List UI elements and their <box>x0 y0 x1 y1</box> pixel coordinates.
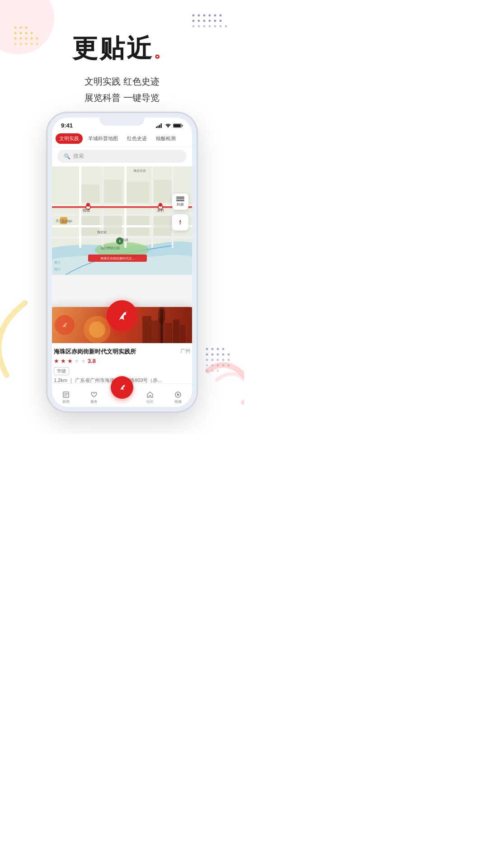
map-area[interactable]: 🏬 ⬆ 海珠区赤岗街新时代文... 猎德 天汇广场igc 海定街 海风路 <box>52 166 192 275</box>
distance-separator: ｜ <box>69 377 75 383</box>
svg-point-27 <box>214 20 216 22</box>
list-btn-line1 <box>176 197 184 198</box>
svg-rect-43 <box>182 125 183 126</box>
nav-tab-wenming[interactable]: 文明实践 <box>56 133 83 144</box>
svg-rect-89 <box>142 316 151 343</box>
svg-point-124 <box>222 364 225 367</box>
list-button[interactable]: 列表 <box>172 193 188 210</box>
svg-text:漭村: 漭村 <box>157 208 164 212</box>
status-icons <box>156 123 183 128</box>
svg-point-17 <box>192 14 195 17</box>
svg-rect-101 <box>64 395 68 395</box>
svg-point-110 <box>222 348 225 350</box>
center-fab[interactable] <box>111 376 133 399</box>
svg-point-121 <box>206 364 208 367</box>
svg-point-32 <box>209 25 211 28</box>
svg-point-30 <box>198 25 200 28</box>
svg-rect-64 <box>81 184 99 203</box>
tab-video-label: 视频 <box>174 399 182 404</box>
phone-shell: 9:41 <box>47 113 197 411</box>
svg-point-35 <box>225 25 227 28</box>
rating-number: 3.8 <box>88 358 96 364</box>
nav-tab-yangcheng[interactable]: 羊城科普地图 <box>84 133 122 144</box>
video-icon <box>174 391 182 398</box>
phone-notch <box>99 113 145 126</box>
battery-icon <box>173 123 183 128</box>
svg-rect-48 <box>52 214 192 216</box>
svg-point-20 <box>209 14 211 17</box>
svg-point-119 <box>222 359 225 361</box>
phone-mockup: 9:41 <box>47 113 197 411</box>
navigate-icon-btn[interactable] <box>172 214 188 231</box>
svg-text:珠江: 珠江 <box>54 261 61 264</box>
svg-point-108 <box>211 348 214 350</box>
svg-point-126 <box>206 370 208 372</box>
tab-video[interactable]: 视频 <box>167 391 189 404</box>
svg-text:天汇广场igc: 天汇广场igc <box>56 219 72 223</box>
svg-point-123 <box>217 364 219 367</box>
nav-tab-hejian[interactable]: 核酸检测 <box>152 133 179 144</box>
map-svg: 🏬 ⬆ 海珠区赤岗街新时代文... 猎德 天汇广场igc 海定街 海风路 <box>52 166 192 275</box>
svg-marker-85 <box>179 219 181 222</box>
deco-dots-bottom-right <box>204 346 236 380</box>
svg-rect-39 <box>161 123 162 128</box>
svg-rect-61 <box>81 227 99 236</box>
svg-text:海定街: 海定街 <box>97 231 107 234</box>
svg-point-1 <box>20 27 22 29</box>
news-icon <box>62 391 70 398</box>
svg-point-0 <box>14 27 17 29</box>
svg-rect-92 <box>164 323 172 343</box>
card-title: 海珠区赤岗街新时代文明实践所 <box>54 348 177 356</box>
tab-service-label: 服务 <box>90 399 98 404</box>
deco-yellow-arc <box>0 298 29 380</box>
tab-service[interactable]: 服务 <box>83 391 105 404</box>
svg-point-117 <box>211 359 214 361</box>
svg-point-23 <box>192 20 195 22</box>
svg-point-106 <box>123 312 126 315</box>
svg-text:海珠区赤岗街新时代文...: 海珠区赤岗街新时代文... <box>100 257 135 260</box>
svg-point-21 <box>214 14 216 17</box>
wifi-icon <box>165 123 171 128</box>
svg-point-29 <box>192 25 195 28</box>
big-fab-button[interactable] <box>107 300 137 331</box>
svg-marker-86 <box>179 222 181 226</box>
svg-point-98 <box>89 321 105 338</box>
svg-point-111 <box>206 354 208 356</box>
svg-point-22 <box>220 14 222 17</box>
nav-tabs: 文明实践 羊城科普地图 红色史迹 核酸检测 <box>52 131 192 147</box>
svg-rect-63 <box>154 216 172 236</box>
search-input[interactable]: 🔍 搜索 <box>57 150 187 163</box>
svg-rect-94 <box>180 325 185 343</box>
tab-community[interactable]: 社区 <box>139 391 161 404</box>
svg-point-72 <box>86 203 90 207</box>
svg-point-24 <box>198 20 200 22</box>
search-placeholder: 搜索 <box>73 152 84 160</box>
svg-text:海风路: 海风路 <box>119 238 128 241</box>
svg-point-125 <box>228 364 230 367</box>
star-3: ★ <box>67 358 73 364</box>
svg-point-122 <box>211 364 214 367</box>
card-level-badge: 市级 <box>54 366 190 377</box>
status-time: 9:41 <box>61 122 73 129</box>
svg-point-73 <box>159 203 162 207</box>
svg-text:临江带状公园: 临江带状公园 <box>101 246 120 250</box>
big-fab-icon <box>113 307 131 324</box>
nav-tab-hongse[interactable]: 红色史迹 <box>123 133 150 144</box>
svg-point-115 <box>228 354 230 356</box>
svg-rect-37 <box>158 126 159 128</box>
star-4: ★ <box>74 358 80 364</box>
star-5: ★ <box>81 358 86 364</box>
svg-text:海定往街: 海定往街 <box>133 169 146 172</box>
list-btn-line2 <box>176 198 184 199</box>
fab-logo-icon <box>117 382 127 393</box>
search-bar: 🔍 搜索 <box>52 147 192 166</box>
home-icon <box>146 391 154 398</box>
star-2: ★ <box>61 358 66 364</box>
tab-news[interactable]: 新闻 <box>55 391 77 404</box>
svg-rect-42 <box>174 124 181 127</box>
tab-center[interactable] <box>111 376 133 401</box>
hero-red-dot: 。 <box>154 42 172 61</box>
svg-rect-58 <box>81 216 99 225</box>
svg-point-33 <box>214 25 216 28</box>
tab-news-label: 新闻 <box>62 399 70 404</box>
